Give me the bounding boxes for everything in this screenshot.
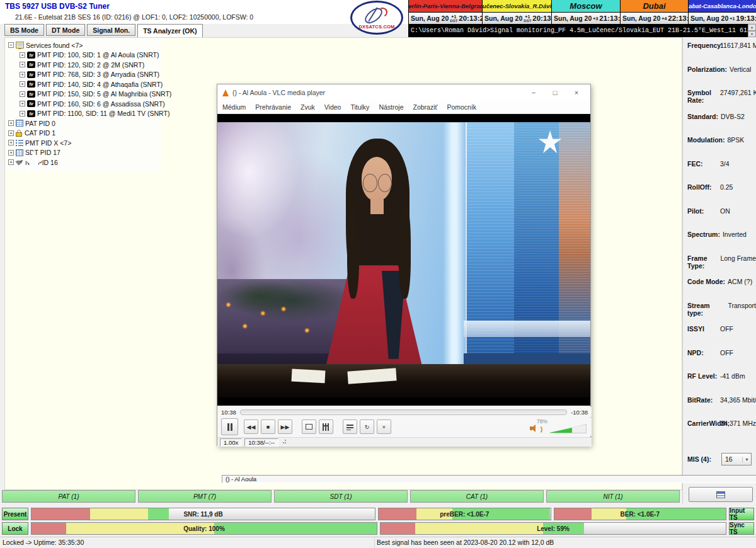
menu-item-pomocn-k[interactable]: Pomocník — [447, 103, 476, 111]
logo-text: DXSATCS.COM — [352, 24, 401, 30]
minimize-button[interactable]: − — [525, 89, 542, 96]
time-display[interactable]: 10:38/--:-- — [244, 438, 278, 447]
expand-toggle-icon[interactable]: + — [8, 150, 14, 156]
vlc-menubar: MédiumPrehrávanieZvukVideoTitulkyNástroj… — [217, 101, 590, 114]
offset-value: +1 — [451, 14, 456, 19]
menu-item-video[interactable]: Video — [324, 103, 341, 111]
tab-ts-analyzer-ok-[interactable]: TS Analyzer (OK) — [137, 24, 202, 37]
expand-toggle-icon[interactable]: + — [8, 120, 14, 126]
param-value: 11617,841 MHz — [720, 42, 756, 49]
status-button-sync-ts[interactable]: Sync TS — [729, 522, 754, 535]
expand-toggle-icon[interactable]: + — [8, 130, 14, 136]
console-strip: C:\Users\Roman Dávid>Signal monitoring_P… — [408, 24, 756, 37]
scroll-up-icon[interactable]: ▲ — [748, 24, 756, 31]
volume-control[interactable]: 78% — [526, 418, 588, 435]
expand-toggle-icon[interactable]: + — [20, 91, 25, 97]
vlc-controls: ◀◀■▶▶↻×78% — [217, 418, 592, 436]
playback-speed[interactable]: 1.00x — [220, 438, 242, 447]
expand-toggle-icon[interactable]: + — [20, 52, 25, 58]
param-value: OFF — [720, 349, 733, 357]
param-value: Transport — [728, 302, 756, 309]
menu-item-n-stroje[interactable]: Nástroje — [379, 103, 403, 111]
menu-item-titulky[interactable]: Titulky — [350, 103, 369, 111]
clock-date: Sun, Aug 20 — [690, 14, 728, 22]
menu-item-m-dium[interactable]: Médium — [222, 103, 246, 111]
skyline-band — [464, 321, 590, 337]
expand-toggle-icon[interactable]: − — [8, 42, 14, 48]
loop-button[interactable]: ↻ — [360, 420, 374, 434]
grid-icon — [716, 491, 725, 498]
param-label: Code Mode: — [687, 278, 725, 285]
menu-item-zobrazi-[interactable]: Zobraziť — [413, 103, 437, 111]
glasses-left-lens — [363, 174, 377, 192]
offset-value: +1 — [525, 14, 530, 19]
status-button-input-ts[interactable]: Input TS — [729, 508, 754, 520]
pid-cell-nit: NIT (1) — [546, 490, 680, 503]
tree-service-6[interactable]: +tvPMT PID: 160, SID: 6 @ Assadissa (SNR… — [8, 99, 171, 109]
tree-item-label: PMT PID: 100, SID: 1 @ Al Aoula (SNRT) — [37, 51, 159, 59]
previous-button[interactable]: ◀◀ — [244, 420, 258, 434]
mis-select[interactable]: 16 ▾ — [721, 453, 752, 465]
tv-icon: tv — [27, 91, 35, 98]
status-button-present[interactable]: Present — [2, 508, 28, 520]
expand-toggle-icon[interactable]: + — [8, 140, 14, 146]
fullscreen-button[interactable] — [302, 420, 316, 434]
param-row-carrierwidth-: CarrierWidth:34,371 MHz — [683, 420, 756, 443]
mis-value: 16 — [722, 455, 742, 463]
scroll-down-icon[interactable]: ▼ — [748, 31, 756, 38]
status-button-lock[interactable]: Lock — [2, 522, 28, 535]
bar-label: SNR: 11,9 dB — [32, 508, 375, 520]
expand-toggle-icon[interactable]: + — [8, 159, 14, 165]
resize-grip[interactable] — [281, 440, 286, 445]
tree-item-label: PMT PID: 1100, SID: 11 @ Medi1 TV (SNRT) — [37, 110, 169, 117]
now-playing-label: () - Al Aoula — [222, 475, 756, 483]
seek-slider[interactable] — [240, 409, 567, 415]
stop-button[interactable]: ■ — [261, 420, 275, 434]
tree-node-pat-pid-0[interactable]: +PAT PID 0 — [8, 118, 171, 128]
tree-node-sdt-pid-17[interactable]: +★SDT PID 17 — [8, 148, 171, 158]
tree-service-2[interactable]: +tvPMT PID: 120, SID: 2 @ 2M (SNRT) — [8, 60, 171, 70]
tree-service-3[interactable]: +tvPMT PID: 768, SID: 3 @ Arryadia (SNRT… — [8, 70, 171, 80]
tree-node-cat-pid-1[interactable]: +CAT PID 1 — [8, 128, 171, 139]
expand-toggle-icon[interactable]: + — [20, 101, 25, 106]
tab-bs-mode[interactable]: BS Mode — [4, 24, 44, 36]
tree-node-pmt-pid-x-7-[interactable]: +PMT PID X <7> — [8, 138, 171, 148]
chevron-down-icon[interactable]: ▾ — [742, 457, 751, 462]
pause-button[interactable] — [221, 418, 238, 435]
expand-toggle-icon[interactable]: + — [20, 72, 25, 77]
tab-dt-mode[interactable]: DT Mode — [46, 24, 85, 36]
param-label: Spectrum: — [687, 231, 720, 238]
expand-toggle-icon[interactable]: + — [20, 81, 25, 87]
next-button[interactable]: ▶▶ — [278, 420, 292, 434]
speaker-icon[interactable] — [530, 424, 540, 433]
offset-value: +1 — [730, 16, 735, 21]
param-value: OFF — [720, 325, 733, 333]
param-row-polarization-: Polarization:Vertical — [683, 66, 756, 89]
clock-date: Sun, Aug 20 — [484, 14, 522, 22]
table-view-button[interactable] — [689, 487, 753, 502]
tree-service-1[interactable]: +tvPMT PID: 100, SID: 1 @ Al Aoula (SNRT… — [8, 50, 171, 60]
param-value: 27497,261 KS/s — [720, 89, 756, 96]
close-button[interactable]: × — [568, 89, 585, 96]
maximize-button[interactable]: □ — [546, 89, 564, 96]
expand-toggle-icon[interactable]: + — [20, 62, 25, 67]
vlc-titlebar[interactable]: () - Al Aoula - VLC media player − □ × — [217, 84, 590, 101]
random-icon: × — [382, 424, 386, 430]
tree-service-7[interactable]: +tvPMT PID: 1100, SID: 11 @ Medi1 TV (SN… — [8, 109, 171, 119]
tree-service-5[interactable]: +tvPMT PID: 150, SID: 5 @ Al Maghribia (… — [8, 89, 171, 100]
playlist-button[interactable] — [343, 420, 357, 434]
tree-service-4[interactable]: +tvPMT PID: 140, SID: 4 @ Athaqafia (SNR… — [8, 79, 171, 89]
console-scrollbar[interactable]: ▲ ▼ — [748, 24, 756, 37]
random-button[interactable]: × — [377, 420, 391, 434]
menu-item-prehr-vanie[interactable]: Prehrávanie — [255, 103, 291, 111]
quality-bar: Quality: 100% — [31, 522, 377, 535]
tab-signal-mon-[interactable]: Signal Mon. — [87, 24, 135, 36]
tree-root-services[interactable]: −Services found <7> — [8, 40, 171, 50]
video-area[interactable] — [217, 114, 590, 406]
equalizer-button[interactable] — [319, 420, 333, 434]
menu-item-zvuk[interactable]: Zvuk — [301, 103, 315, 111]
lock-uptime-status: Locked -> Uptime: 35:35:30 — [3, 539, 84, 546]
volume-slider[interactable] — [549, 424, 587, 433]
param-value: ACM (?) — [728, 278, 752, 285]
expand-toggle-icon[interactable]: + — [20, 111, 25, 117]
